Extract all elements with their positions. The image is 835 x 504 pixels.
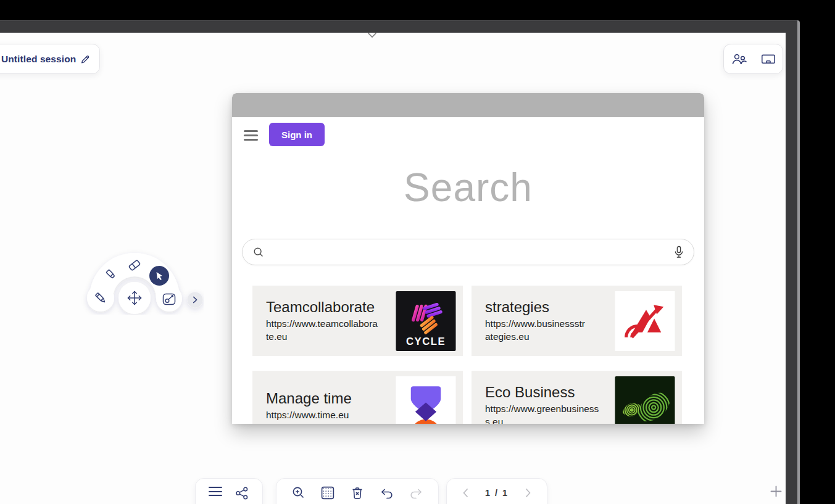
site-tile-strategies[interactable]: strategies https://www.businessstrategie… (472, 286, 682, 356)
tile-title: strategies (485, 299, 613, 316)
tile-title: Eco Business (485, 384, 613, 401)
participants-icon[interactable] (731, 53, 747, 65)
search-icon (252, 246, 265, 258)
site-tile-eco-business[interactable]: Eco Business https://www.greenbusinesss.… (472, 371, 682, 424)
tile-text: Eco Business https://www.greenbusinesss.… (485, 371, 613, 424)
edit-session-icon[interactable] (80, 54, 91, 65)
tile-title: Teamcollaborate (266, 299, 394, 316)
tile-title: Manage time (266, 390, 394, 407)
session-title-card: Untitled session (0, 44, 100, 74)
microphone-icon[interactable] (673, 246, 684, 259)
svg-text:CYCLE: CYCLE (406, 336, 446, 347)
display-cast-icon[interactable] (761, 53, 776, 65)
search-input[interactable] (271, 247, 667, 258)
screenshot-root: { "session": { "title": "Untitled sessio… (0, 0, 835, 504)
search-heading: Search (232, 165, 704, 210)
menu-icon[interactable] (209, 487, 222, 499)
sign-in-button[interactable]: Sign in (269, 123, 325, 146)
tile-text: strategies https://www.businessstrategie… (485, 286, 613, 356)
tile-text: Teamcollaborate https://www.teamcollabor… (266, 286, 394, 356)
tile-url: https://www.greenbusinesss.eu (485, 403, 613, 424)
browser-menu-icon[interactable] (244, 130, 258, 143)
browser-titlebar[interactable] (232, 93, 704, 117)
tool-palette (79, 246, 204, 315)
previous-page-chevron-icon[interactable] (460, 487, 472, 499)
tile-text: Manage time https://www.time.eu (266, 371, 394, 424)
zoom-in-icon[interactable] (291, 485, 306, 500)
top-pulldown-chevron-icon[interactable] (367, 32, 377, 39)
page-indicator: 1 / 1 (485, 488, 509, 498)
tile-url: https://www.time.eu (266, 409, 394, 421)
green-leaf-logo (614, 376, 676, 424)
hourglass-logo (395, 376, 457, 424)
site-tile-teamcollaborate[interactable]: Teamcollaborate https://www.teamcollabor… (252, 286, 463, 356)
toolbar-actions-card (276, 478, 439, 504)
embedded-browser-window[interactable]: Sign in Search Teamcollaborate https://w… (232, 93, 704, 424)
session-title: Untitled session (1, 54, 76, 65)
tile-url: https://www.businessstrategies.eu (485, 318, 613, 342)
tile-url: https://www.teamcollaborate.eu (266, 318, 394, 342)
site-tile-manage-time[interactable]: Manage time https://www.time.eu (252, 371, 463, 424)
search-bar[interactable] (242, 239, 694, 265)
presence-card (723, 44, 783, 74)
clear-page-trash-icon[interactable] (350, 485, 365, 500)
share-icon[interactable] (235, 486, 249, 500)
redo-icon[interactable] (409, 485, 423, 500)
next-page-chevron-icon[interactable] (521, 487, 534, 499)
pointer-tool-selected[interactable] (149, 266, 169, 286)
add-page-plus-icon[interactable] (770, 485, 783, 498)
toolbar-menu-card (195, 478, 263, 504)
red-arrow-mark-logo (614, 291, 676, 351)
background-pattern-icon[interactable] (320, 485, 335, 500)
page-navigation-card: 1 / 1 (446, 478, 547, 504)
cycle-cube-logo: CYCLE (395, 291, 457, 351)
undo-icon[interactable] (380, 485, 394, 500)
site-tile-grid: Teamcollaborate https://www.teamcollabor… (252, 286, 682, 424)
